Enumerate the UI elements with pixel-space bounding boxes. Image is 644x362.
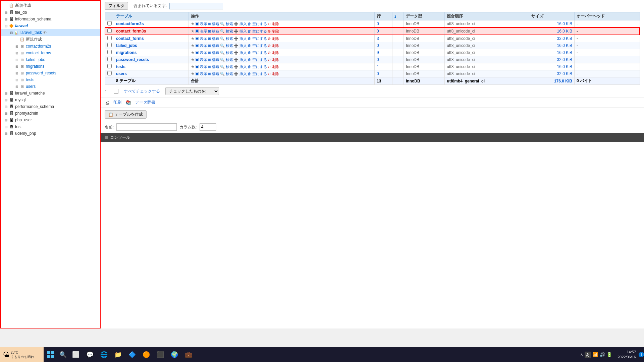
sidebar-item-information-schema[interactable]: ⊞ 🗄 information_schema (1, 16, 100, 22)
star-icon[interactable]: ★ (191, 64, 195, 69)
star-icon[interactable]: ★ (191, 21, 195, 26)
action-view[interactable]: ▣ 表示 (195, 43, 207, 48)
action-insert[interactable]: ➕ 挿入 (234, 21, 247, 26)
bulk-action-select[interactable]: チェックしたものを: (165, 87, 219, 95)
action-view[interactable]: ▣ 表示 (195, 50, 207, 55)
sidebar-item-laravel-task[interactable]: ⊟ 📊 laravel_task 👁 (1, 29, 100, 36)
action-delete[interactable]: ⊖ 削除 (268, 57, 279, 62)
table-name-link[interactable]: contact_forms (116, 36, 144, 41)
wifi-icon[interactable]: 📶 (592, 352, 598, 357)
sidebar-item-php-user[interactable]: ⊞ 🗄 php_user (1, 117, 100, 123)
row-checkbox[interactable] (105, 35, 114, 42)
create-table-button[interactable]: 📋 テーブルを作成 (105, 110, 147, 119)
sidebar-item-udemy-php[interactable]: ⊞ 🗄 udemy_php (1, 130, 100, 137)
action-search[interactable]: 🔍 検索 (220, 21, 233, 26)
action-view[interactable]: ▣ 表示 (195, 36, 207, 41)
star-icon[interactable]: ★ (191, 36, 195, 41)
terminal-icon[interactable]: ⬛ (154, 347, 167, 362)
star-icon[interactable]: ★ (191, 57, 195, 62)
action-view[interactable]: ▣ 表示 (195, 57, 207, 62)
star-icon[interactable]: ★ (191, 71, 195, 76)
action-insert[interactable]: ➕ 挿入 (234, 43, 247, 48)
star-icon[interactable]: ★ (191, 43, 195, 48)
sidebar-item-migrations[interactable]: ⊞ ⊞ migrations (1, 63, 100, 70)
sidebar-item-contactform2s[interactable]: ⊞ ⊞ contactform2s (1, 43, 100, 50)
action-empty[interactable]: 🗑 空にする (248, 57, 267, 62)
action-structure[interactable]: ⊞ 構造 (208, 57, 219, 62)
action-structure[interactable]: ⊞ 構造 (208, 29, 219, 34)
clock[interactable]: 14:57 2022/06/16 (615, 350, 639, 360)
sidebar-item-mysql[interactable]: ⊞ 🗄 mysql (1, 97, 100, 103)
ime-indicator[interactable]: あ (585, 352, 591, 358)
action-insert[interactable]: ➕ 挿入 (234, 71, 247, 76)
sidebar-item-failed-jobs[interactable]: ⊞ ⊞ failed_jobs (1, 56, 100, 63)
row-checkbox[interactable] (105, 42, 114, 49)
action-structure[interactable]: ⊞ 構造 (208, 50, 219, 55)
action-delete[interactable]: ⊖ 削除 (268, 21, 279, 26)
browser2-icon[interactable]: 🌍 (168, 347, 181, 362)
columns-input[interactable] (200, 123, 216, 131)
row-checkbox[interactable] (105, 27, 114, 35)
filter-input[interactable] (169, 3, 223, 9)
action-view[interactable]: ▣ 表示 (195, 71, 207, 76)
sidebar-item-phpmyadmin[interactable]: ⊞ 🗄 phpmyadmin (1, 110, 100, 117)
print-link[interactable]: 印刷 (113, 100, 121, 105)
action-insert[interactable]: ➕ 挿入 (234, 64, 247, 69)
taskview-icon[interactable]: ⬜ (69, 347, 83, 362)
action-structure[interactable]: ⊞ 構造 (208, 36, 219, 41)
action-insert[interactable]: ➕ 挿入 (234, 36, 247, 41)
volume-icon[interactable]: 🔊 (599, 352, 605, 357)
action-empty[interactable]: 🗑 空にする (248, 64, 267, 69)
edge-icon[interactable]: 🌐 (97, 347, 111, 362)
battery-icon[interactable]: 🔋 (606, 352, 612, 357)
start-button[interactable] (44, 347, 57, 362)
sidebar-item-performance-schema[interactable]: ⊞ 🗄 performance_schema (1, 103, 100, 110)
table-name-link[interactable]: password_resets (116, 57, 149, 62)
action-insert[interactable]: ➕ 挿入 (234, 50, 247, 55)
table-name-link[interactable]: migrations (116, 50, 137, 55)
filter-button[interactable]: フィルタ (105, 2, 128, 10)
action-insert[interactable]: ➕ 挿入 (234, 57, 247, 62)
header-table[interactable]: テーブル (114, 12, 189, 20)
chat-icon[interactable]: 💬 (83, 347, 97, 362)
action-search[interactable]: 🔍 検索 (220, 71, 233, 76)
action-delete[interactable]: ⊖ 削除 (268, 64, 279, 69)
table-name-link[interactable]: users (116, 71, 127, 76)
action-insert[interactable]: ➕ 挿入 (234, 29, 247, 34)
sidebar-item-test[interactable]: ⊞ 🗄 test (1, 123, 100, 130)
star-icon[interactable]: ★ (191, 29, 195, 34)
row-checkbox[interactable] (105, 49, 114, 56)
action-search[interactable]: 🔍 検索 (220, 36, 233, 41)
data-dict-link[interactable]: データ辞書 (135, 100, 155, 105)
notification-badge[interactable]: 1 (639, 352, 644, 357)
sidebar-item-laravel[interactable]: ⊟ 🔶 laravel (1, 22, 100, 29)
action-empty[interactable]: 🗑 空にする (248, 21, 267, 26)
action-empty[interactable]: 🗑 空にする (248, 36, 267, 41)
table-name-link[interactable]: contactform2s (116, 21, 144, 26)
console-bar[interactable]: コンソール (101, 133, 644, 142)
row-checkbox[interactable] (105, 56, 114, 63)
action-search[interactable]: 🔍 検索 (220, 57, 233, 62)
sidebar-item-new1[interactable]: 📋 新規作成 (1, 2, 100, 9)
check-all-label[interactable]: すべてチェックする (124, 88, 160, 94)
action-empty[interactable]: 🗑 空にする (248, 71, 267, 76)
action-search[interactable]: 🔍 検索 (220, 43, 233, 48)
table-name-link[interactable]: tests (116, 64, 125, 69)
sidebar-item-password-resets[interactable]: ⊞ ⊞ password_resets (1, 70, 100, 76)
action-empty[interactable]: 🗑 空にする (248, 29, 267, 34)
vs-icon[interactable]: 🔷 (125, 347, 139, 362)
action-structure[interactable]: ⊞ 構造 (208, 64, 219, 69)
arrow-icon[interactable]: ↑ (105, 88, 107, 94)
star-icon[interactable]: ★ (191, 50, 195, 55)
sidebar-item-file-db[interactable]: ⊞ 🗄 file_db (1, 9, 100, 16)
action-structure[interactable]: ⊞ 構造 (208, 71, 219, 76)
action-delete[interactable]: ⊖ 削除 (268, 36, 279, 41)
action-view[interactable]: ▣ 表示 (195, 29, 207, 34)
action-empty[interactable]: 🗑 空にする (248, 50, 267, 55)
action-delete[interactable]: ⊖ 削除 (268, 50, 279, 55)
sidebar-item-users[interactable]: ⊞ ⊞ users (1, 83, 100, 90)
search-button[interactable]: 🔍 (57, 347, 69, 362)
table-name-link[interactable]: failed_jobs (116, 43, 137, 48)
folder-icon[interactable]: 📁 (111, 347, 125, 362)
chevron-up-icon[interactable]: ∧ (580, 352, 583, 357)
